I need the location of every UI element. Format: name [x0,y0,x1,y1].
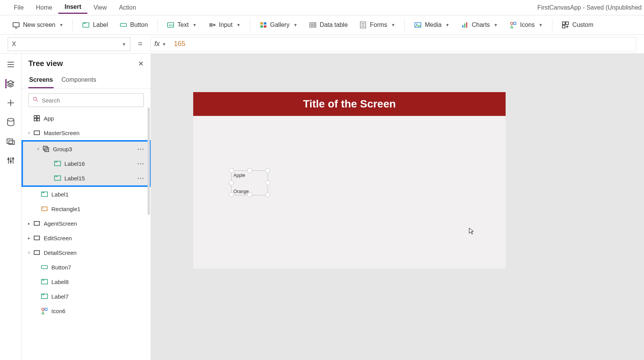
svg-rect-56 [43,146,47,150]
icons-icon [509,21,517,29]
canvas-screen[interactable]: Title of the Screen Apple Orange [193,92,506,269]
rail-data[interactable] [6,117,15,127]
canvas-area[interactable]: Title of the Screen Apple Orange [151,54,644,360]
menu-insert[interactable]: Insert [58,1,87,14]
svg-rect-26 [464,23,465,28]
tree-node-icon6[interactable]: Icon6 [21,304,151,318]
menu-home[interactable]: Home [30,2,59,13]
ribbon-input[interactable]: Input ▼ [204,19,245,31]
charts-icon [461,21,469,29]
collapse-icon[interactable]: ▿ [25,130,33,135]
tree-node-label7[interactable]: Label7 [21,289,151,304]
more-icon[interactable]: ··· [137,175,145,182]
tree-node-label15[interactable]: Label15 ··· [23,171,149,185]
tree-node-label: Label16 [64,160,85,167]
rail-insert[interactable] [6,98,15,107]
ribbon-media-label: Media [425,21,442,28]
ribbon-charts[interactable]: Charts ▼ [457,19,503,31]
chevron-down-icon: ▼ [122,42,126,46]
ribbon-media[interactable]: Media ▼ [409,19,454,31]
menu-file[interactable]: File [8,2,30,13]
ribbon-forms[interactable]: Forms ▼ [355,19,400,31]
resize-handle[interactable] [265,168,270,173]
ribbon-label-label: Label [93,21,108,28]
tree-node-label8[interactable]: Label8 [21,274,151,289]
tree-node-label: AgentScreen [44,220,77,227]
menu-view[interactable]: View [87,2,113,13]
screen-icon [33,220,41,227]
more-icon[interactable]: ··· [137,160,145,167]
resize-handle[interactable] [229,180,234,185]
expand-icon[interactable]: ▸ [25,221,33,226]
rail-advanced[interactable] [6,156,15,165]
selected-group[interactable]: Apple Orange [229,168,270,197]
tree-node-rectangle1[interactable]: Rectangle1 [21,201,151,216]
tab-screens[interactable]: Screens [28,74,54,88]
fx-label[interactable]: fx ▼ [154,40,166,48]
close-panel-button[interactable]: ✕ [138,59,144,68]
resize-handle[interactable] [265,192,270,197]
svg-rect-66 [41,266,48,269]
tab-components[interactable]: Components [61,74,97,88]
expand-icon[interactable]: ▸ [25,236,33,241]
formula-value[interactable]: 165 [166,40,632,48]
screen-icon [33,129,41,137]
screen-icon [33,234,41,242]
chevron-down-icon: ▼ [494,23,498,27]
tree-node-detailscreen[interactable]: ▿ DetailScreen [21,245,151,260]
canvas-label-orange[interactable]: Orange [233,189,249,194]
more-icon[interactable]: ··· [137,146,145,152]
tree-node-editscreen[interactable]: ▸ EditScreen [21,231,151,245]
resize-handle[interactable] [265,180,270,185]
tree-node-app[interactable]: App [21,111,151,126]
canvas-label-apple[interactable]: Apple [233,173,245,178]
tree-node-label: Button7 [51,264,71,271]
icons-icon [41,307,48,315]
screen-title-bar[interactable]: Title of the Screen [193,92,506,116]
svg-point-47 [10,161,12,162]
rail-hamburger[interactable] [6,60,15,69]
tree-node-label1[interactable]: Label1 [21,187,151,201]
svg-rect-65 [34,251,39,254]
left-rail [0,54,21,360]
ribbon-custom[interactable]: Custom [557,19,598,31]
svg-point-69 [42,308,44,310]
ribbon-text[interactable]: Abc Text ▼ [162,19,201,31]
collapse-icon[interactable]: ▿ [34,147,42,152]
property-selector[interactable]: X ▼ [8,37,130,51]
ribbon-datatable[interactable]: Data table [304,19,352,31]
ribbon-button[interactable]: Button [115,19,153,31]
tree-search[interactable] [28,93,144,107]
tree-node-label: App [44,115,54,122]
rectangle-icon [41,205,48,213]
svg-rect-32 [562,25,565,28]
svg-rect-41 [7,139,12,144]
svg-point-9 [214,24,215,26]
tree-node-agentscreen[interactable]: ▸ AgentScreen [21,216,151,231]
svg-line-50 [36,100,38,102]
rail-media[interactable] [6,137,15,146]
svg-rect-61 [42,207,47,211]
tree-node-label: Group3 [53,146,72,152]
ribbon-label[interactable]: Label [77,19,112,31]
svg-point-48 [12,158,14,159]
ribbon-icons[interactable]: Icons ▼ [505,19,547,31]
svg-rect-13 [264,25,266,28]
ribbon-new-screen-label: New screen [23,21,55,28]
tree-node-masterscreen[interactable]: ▿ MasterScreen [21,126,151,140]
rail-tree-view[interactable] [5,79,15,88]
tree-node-group3[interactable]: ▿ Group3 ··· [23,142,149,156]
tree-node-button7[interactable]: Button7 [21,260,151,274]
tree-node-label: Label8 [51,279,69,285]
tree-node-label16[interactable]: Label16 ··· [23,156,149,171]
chevron-down-icon: ▼ [293,23,297,27]
menu-action[interactable]: Action [113,2,142,13]
ribbon-button-label: Button [130,21,148,28]
search-input[interactable] [42,97,140,104]
ribbon-gallery[interactable]: Gallery ▼ [255,19,302,31]
chevron-down-icon: ▼ [237,23,241,27]
ribbon-new-screen[interactable]: New screen ▼ [8,19,68,31]
formula-box[interactable]: fx ▼ 165 [150,37,636,51]
collapse-icon[interactable]: ▿ [25,250,33,255]
resize-handle[interactable] [247,168,252,173]
